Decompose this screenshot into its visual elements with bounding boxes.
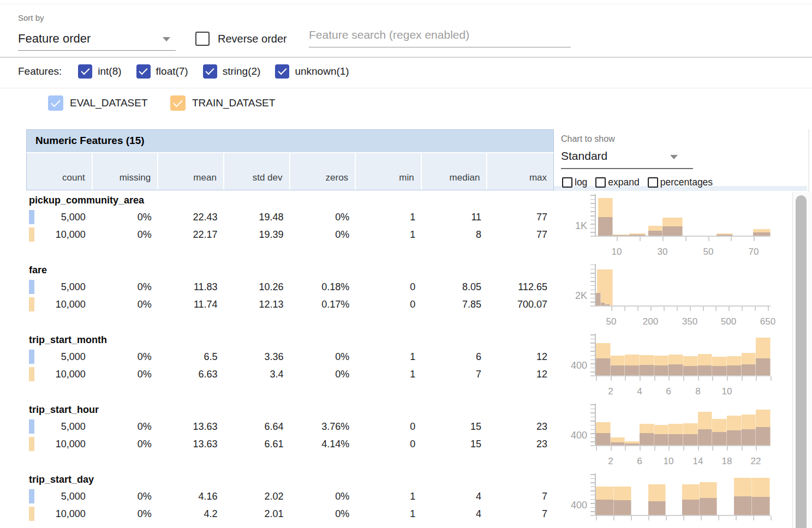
log-checkbox[interactable] bbox=[562, 177, 572, 188]
histogram-plot[interactable] bbox=[596, 195, 771, 236]
eval-dataset-swatch bbox=[29, 210, 34, 224]
section-divider bbox=[0, 57, 812, 58]
stat-cell: 11.74 bbox=[158, 299, 224, 310]
overlap-bar bbox=[700, 498, 717, 515]
column-header-min: min bbox=[356, 153, 422, 190]
stat-cell: 11 bbox=[422, 212, 488, 223]
y-axis-label: 400 bbox=[562, 500, 587, 511]
histogram-plot[interactable] bbox=[596, 404, 771, 445]
histogram-plot[interactable] bbox=[596, 474, 771, 515]
x-axis-tick bbox=[625, 446, 626, 451]
feature-name: pickup_community_area bbox=[26, 192, 554, 208]
chart-to-show-select[interactable]: Standard bbox=[561, 148, 693, 169]
stat-cell: 7 bbox=[488, 491, 554, 502]
log-toggle[interactable]: log bbox=[562, 177, 587, 188]
x-axis-tick bbox=[712, 376, 713, 381]
train-dataset-swatch bbox=[29, 437, 34, 451]
feature-search[interactable] bbox=[309, 28, 571, 47]
eval-dataset-toggle[interactable]: EVAL_DATASET bbox=[48, 95, 148, 111]
overlap-bar bbox=[598, 217, 613, 236]
checkbox-checked-icon[interactable] bbox=[203, 64, 217, 79]
feature-name: trip_start_month bbox=[26, 332, 554, 348]
stat-cell: 7.85 bbox=[422, 299, 488, 310]
stat-cell: 12.13 bbox=[224, 299, 290, 310]
overlap-bar bbox=[756, 427, 771, 445]
overlap-bar bbox=[668, 434, 683, 445]
x-axis-tick bbox=[664, 307, 665, 311]
x-axis-tick bbox=[677, 307, 678, 311]
train-dataset-swatch bbox=[29, 227, 34, 242]
x-axis-tick bbox=[729, 307, 730, 311]
x-axis-tick bbox=[701, 516, 702, 520]
expand-toggle[interactable]: expand bbox=[595, 177, 639, 188]
stat-cell: 10,000 bbox=[26, 299, 92, 310]
overlap-bar bbox=[727, 365, 742, 375]
stat-cell: 4 bbox=[422, 508, 488, 520]
feature-stats-row-train: 10,0000%13.636.614.14%01523 bbox=[26, 435, 554, 453]
features-label: Features: bbox=[18, 65, 62, 77]
overlap-bar bbox=[683, 366, 698, 375]
stat-cell: 0% bbox=[290, 229, 356, 241]
histogram-plot[interactable] bbox=[596, 265, 771, 305]
stat-cell: 1 bbox=[356, 508, 422, 520]
feature-block: trip_start_hour 5,0000%13.636.643.76%015… bbox=[26, 401, 554, 471]
x-axis-tick bbox=[715, 307, 717, 311]
x-axis-tick bbox=[756, 376, 757, 381]
stat-cell: 5,000 bbox=[26, 421, 92, 433]
eval-dataset-swatch bbox=[29, 489, 34, 503]
stat-cell: 22.43 bbox=[158, 212, 224, 223]
x-axis-tick bbox=[625, 376, 626, 381]
x-axis-tick bbox=[611, 446, 612, 451]
percentages-toggle[interactable]: percentages bbox=[648, 177, 713, 188]
feature-type-filter-int[interactable]: int(8) bbox=[78, 64, 121, 79]
stat-cell: 6.5 bbox=[158, 351, 224, 363]
x-axis-tick bbox=[754, 237, 755, 241]
vertical-scrollbar-track[interactable] bbox=[792, 192, 812, 528]
x-axis-line bbox=[590, 375, 771, 376]
x-axis-tick bbox=[624, 307, 625, 311]
expand-checkbox[interactable] bbox=[595, 177, 606, 188]
x-axis-tick bbox=[756, 446, 757, 451]
sort-by-select[interactable]: Feature order bbox=[18, 29, 176, 51]
feature-name: trip_start_hour bbox=[26, 401, 554, 418]
feature-type-filter-unknown[interactable]: unknown(1) bbox=[275, 64, 349, 79]
y-axis-label: 2K bbox=[562, 290, 587, 302]
train-dataset-toggle[interactable]: TRAIN_DATASET bbox=[170, 95, 275, 111]
x-axis-tick bbox=[742, 307, 743, 311]
overlap-bar bbox=[654, 434, 669, 445]
checkbox-checked-icon[interactable] bbox=[136, 64, 151, 79]
checkbox-checked-icon[interactable] bbox=[275, 64, 289, 79]
feature-search-input[interactable] bbox=[309, 28, 571, 47]
checkbox-checked-icon[interactable] bbox=[78, 64, 92, 79]
feature-stats-row-eval: 5,0000%13.636.643.76%01523 bbox=[26, 418, 554, 435]
reverse-order-checkbox[interactable] bbox=[195, 32, 210, 46]
y-axis-label: 400 bbox=[562, 360, 587, 371]
stat-cell: 77 bbox=[488, 229, 554, 241]
x-axis-tick bbox=[640, 446, 641, 451]
checkmark-icon bbox=[173, 98, 183, 107]
stat-cell: 1 bbox=[356, 229, 422, 241]
overlap-bar bbox=[596, 500, 614, 515]
stat-cell: 3.4 bbox=[224, 369, 290, 380]
histogram-plot[interactable] bbox=[596, 334, 771, 375]
stat-cell: 0% bbox=[92, 212, 158, 223]
reverse-order-checkbox-row[interactable]: Reverse order bbox=[195, 32, 287, 46]
overlap-bar bbox=[682, 500, 700, 515]
x-axis-tick-label: 350 bbox=[676, 316, 703, 327]
x-axis-tick bbox=[683, 376, 684, 381]
vertical-scrollbar-thumb[interactable] bbox=[796, 195, 807, 528]
feature-type-filter-string[interactable]: string(2) bbox=[203, 64, 261, 79]
stat-cell: 6.61 bbox=[224, 439, 290, 450]
x-axis-tick-label: 2 bbox=[597, 456, 624, 467]
column-header-mean: mean bbox=[158, 153, 224, 190]
stat-cell: 0% bbox=[92, 351, 158, 363]
stat-cell: 10,000 bbox=[26, 369, 92, 380]
feature-stats-row-train: 10,0000%6.633.40%1712 bbox=[26, 365, 554, 383]
stat-cell: 1 bbox=[356, 212, 422, 223]
percentages-checkbox[interactable] bbox=[648, 177, 658, 188]
train-dataset-checkbox[interactable] bbox=[170, 95, 186, 111]
eval-dataset-checkbox[interactable] bbox=[48, 95, 63, 111]
x-axis-tick-label: 30 bbox=[649, 247, 676, 257]
feature-type-filter-float[interactable]: float(7) bbox=[136, 64, 188, 79]
column-header-count: count bbox=[27, 153, 93, 190]
